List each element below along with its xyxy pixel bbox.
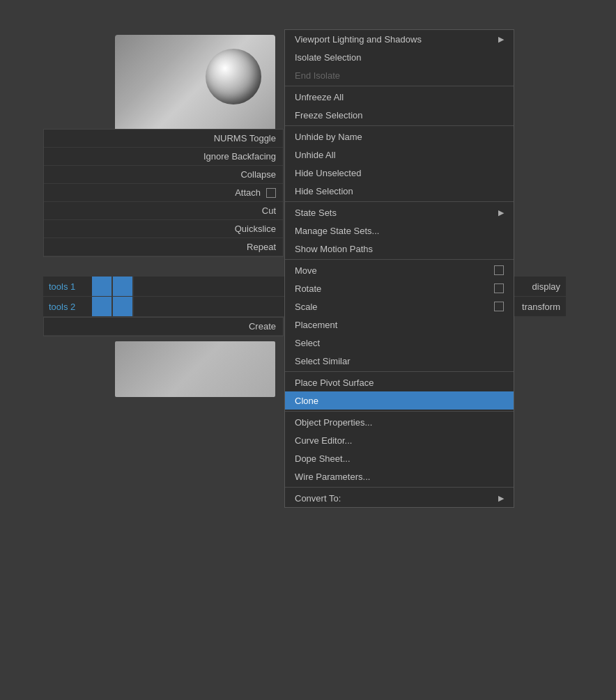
tools1-blue-btn-2[interactable]	[113, 277, 132, 296]
collapse-row[interactable]: Collapse	[44, 166, 283, 184]
menu-item-clone[interactable]: Clone	[285, 391, 514, 410]
submenu-arrow-icon: ▶	[498, 35, 504, 44]
menu-item-label: Curve Editor...	[295, 435, 352, 446]
nurms-toggle-row[interactable]: NURMS Toggle	[44, 130, 283, 148]
menu-item-label: State Sets	[295, 208, 337, 218]
attach-icon	[266, 188, 276, 198]
nurms-toggle-label: NURMS Toggle	[214, 133, 276, 143]
menu-item-unhide-all[interactable]: Unhide All	[285, 146, 514, 164]
menu-item-select[interactable]: Select	[285, 334, 514, 352]
menu-item-unhide-by-name[interactable]: Unhide by Name	[285, 127, 514, 146]
menu-item-label: Move	[295, 265, 317, 276]
submenu-arrow-icon: ▶	[498, 494, 504, 503]
collapse-label: Collapse	[240, 169, 276, 180]
repeat-row[interactable]: Repeat	[44, 238, 283, 256]
menu-item-label: Object Properties...	[295, 417, 372, 428]
menu-item-label: Select	[295, 338, 320, 348]
menu-item-show-motion-paths[interactable]: Show Motion Paths	[285, 240, 514, 258]
menu-item-freeze-selection[interactable]: Freeze Selection	[285, 106, 514, 124]
attach-label: Attach	[235, 187, 261, 198]
menu-item-label: Freeze Selection	[295, 110, 363, 120]
context-menu: Viewport Lighting and Shadows▶Isolate Se…	[284, 29, 514, 508]
menu-item-label: Show Motion Paths	[295, 244, 373, 254]
viewport-thumbnail-bottom	[115, 341, 275, 397]
tools2-blue-btn-2[interactable]	[113, 297, 132, 316]
menu-separator-20	[285, 411, 514, 412]
menu-item-object-properties---[interactable]: Object Properties...	[285, 413, 514, 431]
tools2-blue-btn-1[interactable]	[92, 297, 111, 316]
cut-row[interactable]: Cut	[44, 202, 283, 220]
menu-item-icon-box	[494, 302, 504, 311]
menu-item-label: Scale	[295, 302, 318, 312]
menu-item-label: Dope Sheet...	[295, 453, 351, 464]
bottom-panel: Create	[43, 317, 284, 336]
menu-item-label: Placement	[295, 320, 337, 330]
menu-item-label: Hide Selection	[295, 186, 353, 196]
menu-item-label: Unhide by Name	[295, 132, 362, 142]
menu-item-curve-editor---[interactable]: Curve Editor...	[285, 431, 514, 449]
menu-item-wire-parameters---[interactable]: Wire Parameters...	[285, 467, 514, 485]
menu-item-move[interactable]: Move	[285, 261, 514, 279]
menu-separator-12	[285, 259, 514, 260]
repeat-label: Repeat	[247, 242, 276, 252]
quickslice-row[interactable]: Quickslice	[44, 220, 283, 238]
ignore-backfacing-row[interactable]: Ignore Backfacing	[44, 148, 283, 166]
menu-separator-3	[285, 86, 514, 86]
menu-item-label: Unfreeze All	[295, 92, 344, 102]
tools1-blue-btn-1[interactable]	[92, 277, 111, 296]
menu-item-label: Unhide All	[295, 150, 336, 160]
quickslice-label: Quickslice	[235, 224, 276, 234]
create-label: Create	[249, 321, 276, 332]
menu-item-label: End Isolate	[295, 70, 340, 81]
menu-separator-18	[285, 371, 514, 372]
cut-label: Cut	[262, 205, 276, 216]
left-panel: NURMS Toggle Ignore Backfacing Collapse …	[43, 129, 284, 257]
menu-item-viewport-lighting-and-shadows[interactable]: Viewport Lighting and Shadows▶	[285, 30, 514, 48]
menu-item-state-sets[interactable]: State Sets▶	[285, 203, 514, 221]
menu-item-convert-to-[interactable]: Convert To:▶	[285, 489, 514, 507]
menu-item-icon-box	[494, 265, 504, 275]
menu-item-unfreeze-all[interactable]: Unfreeze All	[285, 88, 514, 106]
menu-item-label: Viewport Lighting and Shadows	[295, 34, 422, 45]
menu-separator-9	[285, 201, 514, 202]
menu-item-dope-sheet---[interactable]: Dope Sheet...	[285, 449, 514, 467]
menu-separator-5	[285, 125, 514, 126]
tools1-label: tools 1	[43, 277, 92, 296]
menu-separator-24	[285, 487, 514, 488]
menu-item-label: Manage State Sets...	[295, 226, 379, 236]
create-row[interactable]: Create	[44, 318, 283, 336]
menu-item-select-similar[interactable]: Select Similar	[285, 352, 514, 370]
menu-item-label: Clone	[295, 396, 318, 406]
menu-item-hide-selection[interactable]: Hide Selection	[285, 182, 514, 200]
menu-item-label: Place Pivot Surface	[295, 378, 374, 388]
menu-item-label: Select Similar	[295, 356, 350, 366]
menu-item-label: Convert To:	[295, 493, 341, 504]
submenu-arrow-icon: ▶	[498, 208, 504, 217]
menu-item-label: Wire Parameters...	[295, 472, 370, 482]
menu-item-place-pivot-surface[interactable]: Place Pivot Surface	[285, 373, 514, 391]
menu-item-end-isolate: End Isolate	[285, 66, 514, 84]
menu-item-label: Rotate	[295, 283, 321, 294]
menu-item-icon-box	[494, 283, 504, 293]
menu-item-placement[interactable]: Placement	[285, 316, 514, 334]
ignore-backfacing-label: Ignore Backfacing	[203, 151, 276, 162]
menu-item-scale[interactable]: Scale	[285, 297, 514, 316]
menu-item-isolate-selection[interactable]: Isolate Selection	[285, 48, 514, 66]
menu-item-rotate[interactable]: Rotate	[285, 279, 514, 297]
menu-item-label: Hide Unselected	[295, 168, 361, 178]
tools2-label: tools 2	[43, 297, 92, 316]
menu-item-manage-state-sets---[interactable]: Manage State Sets...	[285, 221, 514, 240]
attach-row[interactable]: Attach	[44, 184, 283, 202]
menu-item-hide-unselected[interactable]: Hide Unselected	[285, 164, 514, 182]
menu-item-label: Isolate Selection	[295, 52, 361, 63]
